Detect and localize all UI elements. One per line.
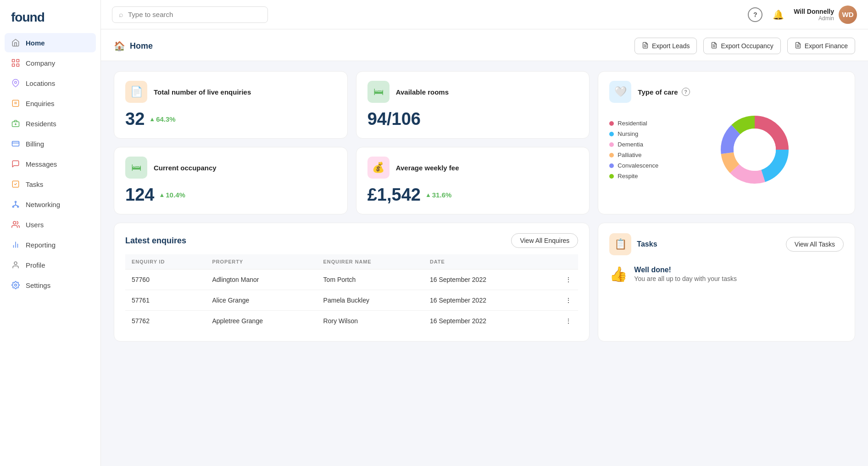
tasks-header: 📋 Tasks View All Tasks <box>609 233 844 255</box>
sidebar-item-users[interactable]: Users <box>5 215 96 234</box>
occupancy-stat-value: 124 ▲ 10.4% <box>125 185 336 205</box>
sidebar-item-home[interactable]: Home <box>5 33 96 52</box>
sidebar-item-label: Users <box>26 221 44 229</box>
tasks-icon: 📋 <box>609 233 631 255</box>
donut-chart-wrap <box>666 113 844 186</box>
col-header-enquirer-name: ENQUIRER NAME <box>317 254 423 269</box>
enquiries-stat-value: 32 ▲ 64.3% <box>125 109 336 129</box>
enquiries-table-body: 57760 Adlington Manor Tom Portch 16 Sept… <box>125 269 578 331</box>
stat-card-rooms: 🛏 Available rooms 94/106 <box>356 71 590 139</box>
enquiries-stat-title: Total number of live enquiries <box>154 88 251 96</box>
row-menu-button[interactable]: ⋮ <box>545 290 578 311</box>
help-icon[interactable]: ? <box>748 7 762 22</box>
tasks-thumb-icon: 👍 <box>609 265 628 283</box>
svg-rect-0 <box>12 60 15 62</box>
care-title: Type of care ? <box>638 88 690 96</box>
sidebar-item-billing[interactable]: Billing <box>5 134 96 153</box>
col-header-enquiry-id: ENQUIRY ID <box>125 254 206 269</box>
fee-number: £1,542 <box>367 185 421 205</box>
legend-item-residential: Residential <box>609 120 658 127</box>
legend-dot <box>609 163 614 168</box>
fee-badge: ▲ 31.6% <box>425 191 451 199</box>
export-finance-button[interactable]: Export Finance <box>787 38 855 54</box>
fee-arrow: ▲ <box>425 191 431 198</box>
enquiries-section: Latest enquires View All Enquires ENQUIR… <box>114 223 590 342</box>
enquiries-table-head: ENQUIRY IDPROPERTYENQUIRER NAMEDATE <box>125 254 578 269</box>
export-buttons: Export LeadsExport OccupancyExport Finan… <box>634 38 855 54</box>
table-row: 57760 Adlington Manor Tom Portch 16 Sept… <box>125 269 578 290</box>
sidebar: found Home Company Locations Enquiries R… <box>0 0 101 466</box>
legend-label: Dementia <box>618 141 643 148</box>
legend-dot <box>609 142 614 147</box>
profile-icon <box>11 260 20 269</box>
sidebar-item-messages[interactable]: Messages <box>5 154 96 174</box>
legend-item-convalescence: Convalescence <box>609 162 658 169</box>
app-logo: found <box>0 0 100 33</box>
search-input[interactable] <box>128 11 261 18</box>
sidebar-item-label: Locations <box>26 79 55 87</box>
user-info[interactable]: Will Donnelly Admin WD <box>794 6 857 24</box>
row-menu-button[interactable]: ⋮ <box>545 269 578 290</box>
sidebar-item-label: Residents <box>26 120 56 128</box>
enquiry-id: 57762 <box>125 311 206 331</box>
page-title: 🏠 Home <box>114 40 153 51</box>
legend-label: Respite <box>618 173 638 180</box>
tasks-status-title: Well done! <box>634 266 737 274</box>
tasks-body: 👍 Well done! You are all up to day with … <box>609 262 844 283</box>
occupancy-stat-title: Current occupancy <box>154 164 217 172</box>
rooms-stat-icon: 🛏 <box>367 81 389 103</box>
search-icon: ⌕ <box>119 11 123 19</box>
sidebar-nav: Home Company Locations Enquiries Residen… <box>0 33 100 295</box>
legend-dot <box>609 132 614 136</box>
svg-rect-3 <box>17 64 19 66</box>
enquiries-arrow: ▲ <box>149 116 155 123</box>
sidebar-item-label: Home <box>26 39 45 47</box>
row-menu-button[interactable]: ⋮ <box>545 311 578 331</box>
view-all-tasks-button[interactable]: View All Tasks <box>786 237 844 252</box>
legend-label: Convalescence <box>618 162 658 169</box>
sidebar-item-label: Company <box>26 59 55 67</box>
sidebar-item-tasks[interactable]: Tasks <box>5 174 96 194</box>
reporting-icon <box>11 240 20 249</box>
notification-icon[interactable]: 🔔 <box>771 7 785 22</box>
occupancy-change: 10.4% <box>166 191 185 199</box>
enquiries-section-title: Latest enquires <box>125 236 186 246</box>
view-all-enquiries-button[interactable]: View All Enquires <box>511 233 578 248</box>
svg-line-18 <box>13 205 16 206</box>
export-occupancy-button[interactable]: Export Occupancy <box>703 38 780 54</box>
stat-card-enquiries: 📄 Total number of live enquiries 32 ▲ 64… <box>114 71 348 139</box>
occupancy-arrow: ▲ <box>159 191 165 198</box>
export-leads-button[interactable]: Export Leads <box>634 38 697 54</box>
sidebar-item-enquiries[interactable]: Enquiries <box>5 94 96 113</box>
sidebar-item-label: Settings <box>26 281 50 289</box>
care-help-icon[interactable]: ? <box>682 88 690 96</box>
sidebar-item-networking[interactable]: Networking <box>5 195 96 214</box>
svg-line-19 <box>16 205 18 206</box>
messages-icon <box>11 159 20 168</box>
legend-label: Residential <box>618 120 647 127</box>
user-text: Will Donnelly Admin <box>794 8 834 22</box>
col-header-date: DATE <box>423 254 545 269</box>
sidebar-item-settings[interactable]: Settings <box>5 275 96 295</box>
enquiry-date: 16 September 2022 <box>423 311 545 331</box>
sidebar-item-residents[interactable]: Residents <box>5 114 96 133</box>
enquiry-property: Adlington Manor <box>206 269 317 290</box>
care-body: ResidentialNursingDementiaPalliativeConv… <box>609 113 844 186</box>
sidebar-item-company[interactable]: Company <box>5 53 96 73</box>
sidebar-item-profile[interactable]: Profile <box>5 255 96 275</box>
sidebar-item-label: Billing <box>26 140 44 148</box>
legend-dot <box>609 153 614 157</box>
legend-dot <box>609 121 614 126</box>
care-type-card: 🤍 Type of care ? ResidentialNursingDemen… <box>598 71 855 214</box>
search-box[interactable]: ⌕ <box>112 6 268 23</box>
company-icon <box>11 58 20 67</box>
sidebar-item-reporting[interactable]: Reporting <box>5 235 96 254</box>
content-area: 🏠 Home Export LeadsExport OccupancyExpor… <box>101 29 868 466</box>
residents-icon <box>11 119 20 128</box>
legend-item-dementia: Dementia <box>609 141 658 148</box>
fee-change: 31.6% <box>432 191 452 199</box>
sidebar-item-locations[interactable]: Locations <box>5 73 96 93</box>
sidebar-item-label: Tasks <box>26 180 43 188</box>
billing-icon <box>11 139 20 148</box>
care-icon: 🤍 <box>609 81 631 103</box>
